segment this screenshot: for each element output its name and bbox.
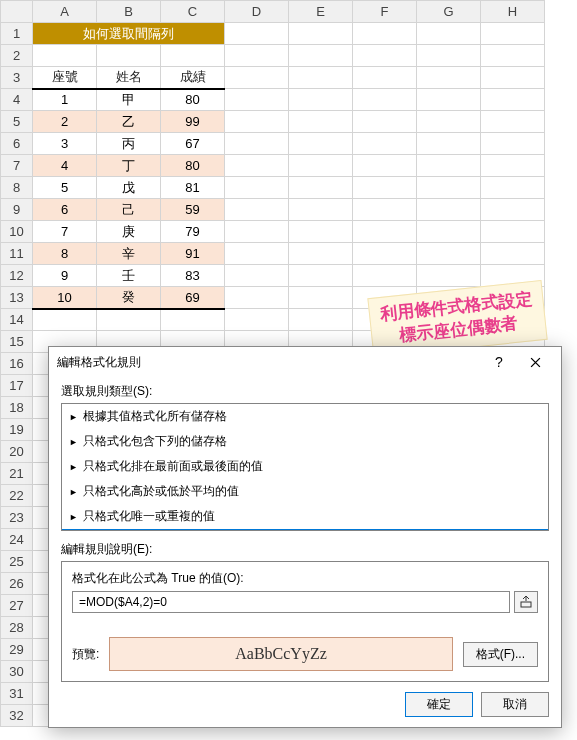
cell[interactable] xyxy=(353,199,417,221)
cell-name[interactable]: 丁 xyxy=(97,155,161,177)
cell[interactable] xyxy=(225,67,289,89)
format-button[interactable]: 格式(F)... xyxy=(463,642,538,667)
cell-score[interactable]: 69 xyxy=(161,287,225,309)
cell[interactable] xyxy=(225,287,289,309)
cell[interactable] xyxy=(289,221,353,243)
cell-name[interactable]: 丙 xyxy=(97,133,161,155)
cell[interactable] xyxy=(481,67,545,89)
row-header-3[interactable]: 3 xyxy=(1,67,33,89)
cell[interactable] xyxy=(481,45,545,67)
row-header-19[interactable]: 19 xyxy=(1,419,33,441)
cell[interactable] xyxy=(353,155,417,177)
row-header-17[interactable]: 17 xyxy=(1,375,33,397)
col-header-B[interactable]: B xyxy=(97,1,161,23)
rule-type-option[interactable]: ►使用公式來決定要格式化哪些儲存格 xyxy=(62,529,548,531)
cell[interactable] xyxy=(289,111,353,133)
header-score[interactable]: 成績 xyxy=(161,67,225,89)
cell-score[interactable]: 59 xyxy=(161,199,225,221)
cell-name[interactable]: 辛 xyxy=(97,243,161,265)
cell-name[interactable]: 癸 xyxy=(97,287,161,309)
cell[interactable] xyxy=(289,199,353,221)
cell[interactable] xyxy=(353,89,417,111)
cell[interactable] xyxy=(225,177,289,199)
row-header-7[interactable]: 7 xyxy=(1,155,33,177)
cell[interactable] xyxy=(161,45,225,67)
cell[interactable] xyxy=(353,221,417,243)
row-header-31[interactable]: 31 xyxy=(1,683,33,705)
cell-name[interactable]: 乙 xyxy=(97,111,161,133)
cell[interactable] xyxy=(417,89,481,111)
cell[interactable] xyxy=(481,133,545,155)
cell-seat[interactable]: 7 xyxy=(33,221,97,243)
header-seat[interactable]: 座號 xyxy=(33,67,97,89)
ok-button[interactable]: 確定 xyxy=(405,692,473,717)
rule-type-option[interactable]: ►只格式化唯一或重複的值 xyxy=(62,504,548,529)
row-header-13[interactable]: 13 xyxy=(1,287,33,309)
cell-seat[interactable]: 4 xyxy=(33,155,97,177)
cell[interactable] xyxy=(289,177,353,199)
cell-score[interactable]: 80 xyxy=(161,155,225,177)
cell-score[interactable]: 91 xyxy=(161,243,225,265)
cell-seat[interactable]: 9 xyxy=(33,265,97,287)
formula-input[interactable] xyxy=(72,591,510,613)
dialog-close-button[interactable] xyxy=(517,349,553,375)
cell[interactable] xyxy=(225,221,289,243)
cell-name[interactable]: 壬 xyxy=(97,265,161,287)
cell[interactable] xyxy=(97,309,161,331)
cell[interactable] xyxy=(289,45,353,67)
cell[interactable] xyxy=(417,177,481,199)
col-header-G[interactable]: G xyxy=(417,1,481,23)
col-header-F[interactable]: F xyxy=(353,1,417,23)
row-header-6[interactable]: 6 xyxy=(1,133,33,155)
row-header-9[interactable]: 9 xyxy=(1,199,33,221)
cell-score[interactable]: 67 xyxy=(161,133,225,155)
cancel-button[interactable]: 取消 xyxy=(481,692,549,717)
cell-name[interactable]: 庚 xyxy=(97,221,161,243)
row-header-15[interactable]: 15 xyxy=(1,331,33,353)
rule-type-option[interactable]: ►根據其值格式化所有儲存格 xyxy=(62,404,548,429)
rule-type-list[interactable]: ►根據其值格式化所有儲存格►只格式化包含下列的儲存格►只格式化排在最前面或最後面… xyxy=(61,403,549,531)
cell[interactable] xyxy=(353,265,417,287)
cell-seat[interactable]: 8 xyxy=(33,243,97,265)
row-header-25[interactable]: 25 xyxy=(1,551,33,573)
cell[interactable] xyxy=(33,309,97,331)
cell-score[interactable]: 83 xyxy=(161,265,225,287)
select-all-corner[interactable] xyxy=(1,1,33,23)
row-header-14[interactable]: 14 xyxy=(1,309,33,331)
col-header-C[interactable]: C xyxy=(161,1,225,23)
cell[interactable] xyxy=(289,133,353,155)
cell[interactable] xyxy=(225,111,289,133)
cell[interactable] xyxy=(353,23,417,45)
cell[interactable] xyxy=(417,45,481,67)
row-header-8[interactable]: 8 xyxy=(1,177,33,199)
cell[interactable] xyxy=(353,133,417,155)
cell[interactable] xyxy=(417,265,481,287)
row-header-24[interactable]: 24 xyxy=(1,529,33,551)
cell[interactable] xyxy=(481,155,545,177)
row-header-32[interactable]: 32 xyxy=(1,705,33,727)
cell[interactable] xyxy=(417,133,481,155)
cell[interactable] xyxy=(225,265,289,287)
rule-type-option[interactable]: ►只格式化包含下列的儲存格 xyxy=(62,429,548,454)
cell[interactable] xyxy=(417,23,481,45)
cell[interactable] xyxy=(353,45,417,67)
row-header-28[interactable]: 28 xyxy=(1,617,33,639)
cell[interactable] xyxy=(97,45,161,67)
cell[interactable] xyxy=(481,89,545,111)
row-header-23[interactable]: 23 xyxy=(1,507,33,529)
cell[interactable] xyxy=(481,243,545,265)
cell[interactable] xyxy=(353,67,417,89)
cell[interactable] xyxy=(289,67,353,89)
cell[interactable] xyxy=(289,287,353,309)
cell[interactable] xyxy=(417,67,481,89)
col-header-D[interactable]: D xyxy=(225,1,289,23)
row-header-21[interactable]: 21 xyxy=(1,463,33,485)
cell-name[interactable]: 甲 xyxy=(97,89,161,111)
cell[interactable] xyxy=(225,243,289,265)
row-header-16[interactable]: 16 xyxy=(1,353,33,375)
row-header-4[interactable]: 4 xyxy=(1,89,33,111)
cell[interactable] xyxy=(481,199,545,221)
cell[interactable] xyxy=(289,23,353,45)
cell[interactable] xyxy=(481,23,545,45)
row-header-22[interactable]: 22 xyxy=(1,485,33,507)
